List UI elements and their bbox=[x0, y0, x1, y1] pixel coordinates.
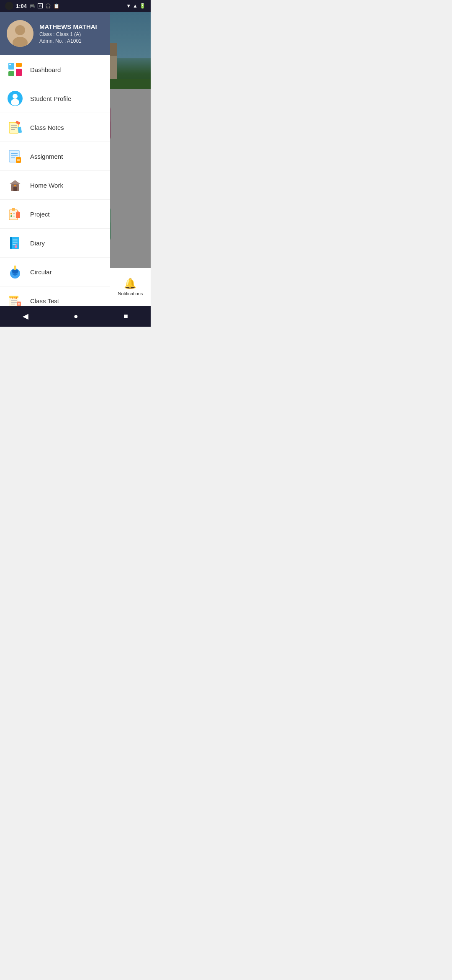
bell-icon: 🔔 bbox=[124, 278, 136, 289]
sidebar-item-home-work[interactable]: Home Work bbox=[0, 171, 110, 200]
navigation-drawer: MATHEWS MATHAI Class : Class 1 (A) Admn.… bbox=[0, 12, 110, 306]
svg-rect-40 bbox=[10, 237, 12, 249]
sidebar-item-class-test[interactable]: TEST Class Test bbox=[0, 286, 110, 306]
signal-icon: ▲ bbox=[133, 3, 138, 9]
svg-text:TEST: TEST bbox=[10, 297, 18, 299]
status-bar: 1:04 🎮 A 🎧 📋 ▼ ▲ 🔋 bbox=[0, 0, 151, 12]
sidebar-item-dashboard[interactable]: Dashboard bbox=[0, 55, 110, 84]
wifi-icon: ▼ bbox=[126, 3, 131, 9]
homework-icon bbox=[7, 177, 23, 193]
diary-icon bbox=[7, 235, 23, 251]
svg-rect-4 bbox=[16, 63, 22, 67]
svg-point-7 bbox=[9, 64, 11, 65]
svg-point-10 bbox=[11, 99, 19, 106]
time-display: 1:04 bbox=[16, 3, 27, 9]
class-test-icon: TEST bbox=[7, 292, 23, 306]
sidebar-item-label: Assignment bbox=[30, 153, 63, 160]
sidebar-item-label: Class Notes bbox=[30, 124, 64, 131]
sidebar-item-circular[interactable]: Circular bbox=[0, 258, 110, 286]
sidebar-item-student-profile[interactable]: Student Profile bbox=[0, 84, 110, 113]
user-name: MATHEWS MATHAI bbox=[39, 23, 97, 30]
user-admn: Admn. No. : A1001 bbox=[39, 38, 97, 44]
svg-point-35 bbox=[10, 213, 12, 214]
sidebar-item-label: Home Work bbox=[30, 182, 63, 189]
sidebar-item-label: Diary bbox=[30, 240, 45, 247]
svg-marker-27 bbox=[9, 180, 21, 184]
project-icon bbox=[7, 206, 23, 222]
dashboard-icon bbox=[7, 61, 23, 78]
status-bar-right: ▼ ▲ 🔋 bbox=[126, 3, 146, 9]
svg-marker-33 bbox=[16, 212, 20, 218]
sidebar-item-label: Project bbox=[30, 211, 50, 218]
drawer-menu: Dashboard Student Profile bbox=[0, 55, 110, 306]
svg-rect-28 bbox=[13, 187, 17, 191]
svg-rect-6 bbox=[16, 69, 22, 76]
sidebar-item-label: Circular bbox=[30, 268, 52, 276]
sidebar-item-label: Class Test bbox=[30, 297, 59, 304]
notifications-area[interactable]: 🔔 Notifications bbox=[110, 268, 151, 306]
assignment-icon bbox=[7, 148, 23, 165]
bottom-navigation: ◀ ● ■ bbox=[0, 306, 151, 327]
recents-icon: ■ bbox=[123, 312, 128, 321]
svg-rect-32 bbox=[12, 208, 15, 211]
headphone-icon: 🎧 bbox=[45, 3, 51, 9]
svg-point-9 bbox=[13, 94, 18, 99]
svg-point-29 bbox=[14, 185, 16, 186]
back-button[interactable]: ◀ bbox=[23, 312, 28, 321]
text-icon: A bbox=[38, 3, 43, 8]
drawer-user-info: MATHEWS MATHAI Class : Class 1 (A) Admn.… bbox=[39, 23, 97, 44]
clipboard-icon: 📋 bbox=[54, 3, 59, 9]
svg-rect-3 bbox=[8, 63, 14, 70]
sidebar-item-label: Student Profile bbox=[30, 95, 71, 102]
back-icon: ◀ bbox=[23, 312, 28, 321]
circular-icon bbox=[7, 263, 23, 280]
svg-rect-42 bbox=[13, 242, 18, 242]
recents-button[interactable]: ■ bbox=[123, 312, 128, 321]
svg-rect-41 bbox=[13, 240, 18, 240]
svg-point-44 bbox=[15, 245, 17, 248]
class-notes-icon bbox=[7, 119, 23, 136]
sidebar-item-label: Dashboard bbox=[30, 66, 61, 73]
status-bar-left: 1:04 🎮 A 🎧 📋 bbox=[5, 2, 59, 10]
svg-point-49 bbox=[14, 266, 16, 268]
svg-rect-43 bbox=[13, 244, 16, 245]
sidebar-item-diary[interactable]: Diary bbox=[0, 229, 110, 258]
student-profile-icon bbox=[7, 90, 23, 107]
svg-rect-23 bbox=[16, 157, 21, 163]
home-icon: ● bbox=[74, 312, 78, 321]
battery-icon: 🔋 bbox=[139, 3, 146, 9]
notifications-label: Notifications bbox=[118, 291, 143, 296]
notification-icon: 🎮 bbox=[29, 3, 35, 9]
svg-rect-11 bbox=[9, 122, 18, 133]
camera-indicator bbox=[5, 2, 13, 10]
sidebar-item-assignment[interactable]: Assignment bbox=[0, 142, 110, 171]
svg-point-1 bbox=[15, 25, 25, 35]
sidebar-item-project[interactable]: Project bbox=[0, 200, 110, 229]
svg-rect-5 bbox=[8, 71, 14, 76]
drawer-header: MATHEWS MATHAI Class : Class 1 (A) Admn.… bbox=[0, 12, 110, 55]
avatar bbox=[7, 20, 33, 47]
svg-point-37 bbox=[10, 215, 12, 217]
home-button[interactable]: ● bbox=[74, 312, 78, 321]
user-class: Class : Class 1 (A) bbox=[39, 31, 97, 37]
sidebar-item-class-notes[interactable]: Class Notes bbox=[0, 113, 110, 142]
